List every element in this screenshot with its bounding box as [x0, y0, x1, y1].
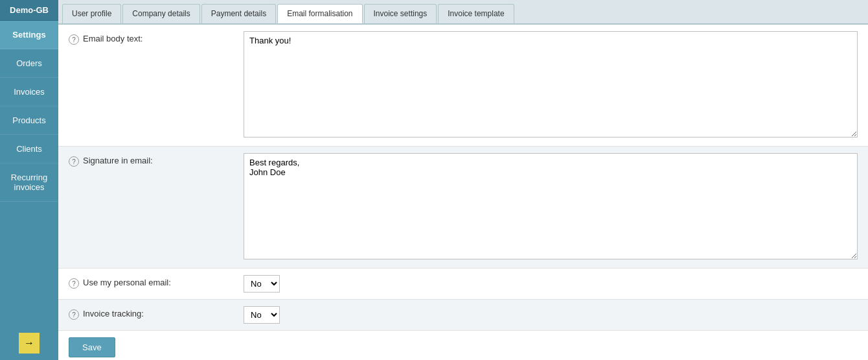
tab-user-profile[interactable]: User profile [62, 4, 121, 23]
tab-email-formalisation[interactable]: Email formalisation [277, 4, 362, 23]
tab-bar: User profile Company details Payment det… [58, 0, 868, 25]
save-button[interactable]: Save [69, 337, 115, 357]
signature-label: Signature in email: [83, 156, 153, 165]
save-button-row: Save [58, 331, 868, 360]
signature-textarea[interactable] [244, 153, 858, 259]
tab-content: ? Email body text: ? Signature in email:… [58, 25, 868, 360]
invoice-tracking-label: Invoice tracking: [83, 309, 144, 318]
invoice-tracking-row: ? Invoice tracking: No Yes [58, 300, 868, 331]
sidebar-item-orders[interactable]: Orders [0, 49, 58, 78]
personal-email-control: No Yes [244, 275, 858, 293]
invoice-tracking-help-icon[interactable]: ? [69, 309, 79, 320]
signature-row: ? Signature in email: [58, 147, 868, 269]
email-body-label-col: ? Email body text: [69, 31, 244, 45]
invoice-tracking-control: No Yes [244, 306, 858, 324]
tab-invoice-template[interactable]: Invoice template [438, 4, 514, 23]
sidebar-item-clients[interactable]: Clients [0, 135, 58, 163]
sidebar-item-products[interactable]: Products [0, 106, 58, 135]
personal-email-label: Use my personal email: [83, 278, 171, 287]
sidebar-item-invoices[interactable]: Invoices [0, 78, 58, 106]
email-body-help-icon[interactable]: ? [69, 34, 79, 45]
main-content: User profile Company details Payment det… [58, 0, 868, 360]
sidebar-item-recurring[interactable]: Recurring invoices [0, 163, 58, 202]
sidebar-bottom: → [0, 326, 58, 360]
sidebar: Demo-GB Settings Orders Invoices Product… [0, 0, 58, 360]
invoice-tracking-label-col: ? Invoice tracking: [69, 306, 244, 320]
signature-label-col: ? Signature in email: [69, 153, 244, 167]
sidebar-item-settings[interactable]: Settings [0, 21, 58, 49]
personal-email-select[interactable]: No Yes [244, 275, 280, 293]
email-body-textarea[interactable] [244, 31, 858, 138]
email-body-control [244, 31, 858, 139]
email-body-row: ? Email body text: [58, 25, 868, 147]
sidebar-brand: Demo-GB [0, 0, 58, 21]
signature-control [244, 153, 858, 261]
personal-email-help-icon[interactable]: ? [69, 278, 79, 289]
invoice-tracking-select[interactable]: No Yes [244, 306, 280, 324]
signature-help-icon[interactable]: ? [69, 156, 79, 167]
email-body-label: Email body text: [83, 34, 143, 43]
tab-company-details[interactable]: Company details [122, 4, 200, 23]
personal-email-row: ? Use my personal email: No Yes [58, 269, 868, 300]
sidebar-action-button[interactable]: → [19, 333, 40, 354]
tab-payment-details[interactable]: Payment details [201, 4, 276, 23]
tab-invoice-settings[interactable]: Invoice settings [364, 4, 437, 23]
arrow-icon: → [24, 337, 34, 349]
personal-email-label-col: ? Use my personal email: [69, 275, 244, 289]
